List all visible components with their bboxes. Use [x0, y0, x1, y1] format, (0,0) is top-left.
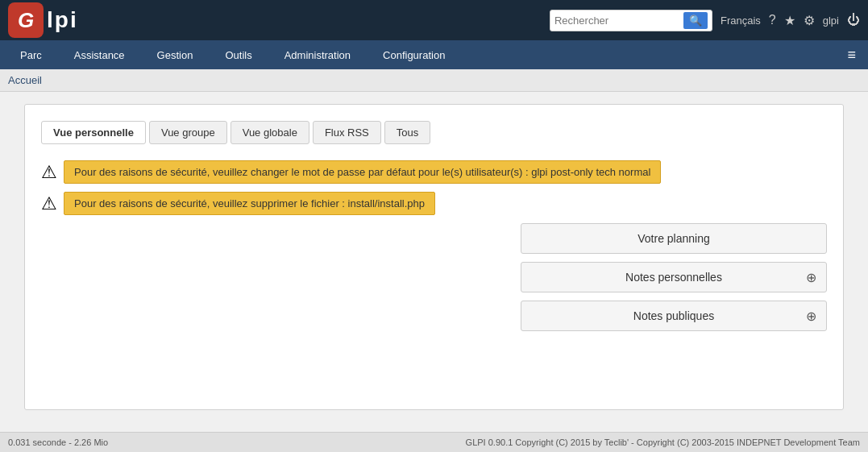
tab-tous[interactable]: Tous	[384, 121, 430, 144]
logo-lpi-text: lpi	[47, 7, 78, 33]
nav-item-configuration[interactable]: Configuration	[367, 40, 461, 69]
logo-area: G lpi	[8, 2, 78, 38]
header: G lpi 🔍 Français ? ★ ⚙ glpi ⏻	[0, 0, 868, 40]
widget-planning[interactable]: Votre planning	[521, 223, 827, 254]
warning-icon-1: ⚠	[41, 162, 57, 183]
widget-planning-label: Votre planning	[638, 232, 710, 245]
nav-item-gestion[interactable]: Gestion	[141, 40, 210, 69]
widgets-area: Votre planning Notes personnelles ⊕ Note…	[41, 223, 827, 331]
breadcrumb: Accueil	[0, 69, 868, 92]
plus-icon-notes-perso: ⊕	[806, 270, 816, 285]
username-label[interactable]: glpi	[823, 15, 839, 27]
content-box: Vue personnelle Vue groupe Vue globale F…	[24, 104, 844, 410]
widget-row-notes-pub: Notes publiques ⊕	[41, 301, 827, 331]
search-box: 🔍	[550, 10, 712, 31]
plus-icon-notes-pub: ⊕	[806, 309, 816, 324]
search-input[interactable]	[554, 15, 683, 27]
widget-notes-publiques[interactable]: Notes publiques ⊕	[521, 301, 827, 331]
widget-row-notes-perso: Notes personnelles ⊕	[41, 262, 827, 292]
nav-item-assistance[interactable]: Assistance	[58, 40, 141, 69]
breadcrumb-home[interactable]: Accueil	[8, 74, 42, 86]
language-selector[interactable]: Français	[721, 15, 761, 27]
alert-box-2: Pour des raisons de sécurité, veuillez s…	[64, 192, 435, 215]
widget-notes-pub-label: Notes publiques	[633, 309, 714, 322]
tab-vue-groupe[interactable]: Vue groupe	[149, 121, 227, 144]
star-icon[interactable]: ★	[784, 13, 795, 28]
header-right: 🔍 Français ? ★ ⚙ glpi ⏻	[550, 10, 860, 31]
navbar: Parc Assistance Gestion Outils Administr…	[0, 40, 868, 69]
nav-item-administration[interactable]: Administration	[268, 40, 367, 69]
alert-row-1: ⚠ Pour des raisons de sécurité, veuillez…	[41, 160, 827, 184]
widget-row-planning: Votre planning	[41, 223, 827, 254]
widget-notes-perso-label: Notes personnelles	[625, 271, 722, 284]
main-content: Vue personnelle Vue groupe Vue globale F…	[0, 92, 868, 422]
alert-row-2: ⚠ Pour des raisons de sécurité, veuillez…	[41, 192, 827, 215]
power-icon[interactable]: ⏻	[847, 13, 860, 27]
logo-g-letter: G	[8, 2, 44, 38]
alert-box-1: Pour des raisons de sécurité, veuillez c…	[64, 160, 661, 184]
warning-icon-2: ⚠	[41, 193, 57, 214]
tab-vue-personnelle[interactable]: Vue personnelle	[41, 121, 146, 144]
nav-item-parc[interactable]: Parc	[4, 40, 58, 69]
nav-menu-icon[interactable]: ≡	[839, 47, 864, 64]
tab-flux-rss[interactable]: Flux RSS	[313, 121, 381, 144]
nav-item-outils[interactable]: Outils	[209, 40, 268, 69]
tab-vue-globale[interactable]: Vue globale	[230, 121, 309, 144]
widget-notes-personnelles[interactable]: Notes personnelles ⊕	[521, 262, 827, 292]
tabs-bar: Vue personnelle Vue groupe Vue globale F…	[41, 121, 827, 144]
gear-icon[interactable]: ⚙	[804, 13, 815, 28]
search-button[interactable]: 🔍	[683, 12, 708, 29]
help-icon[interactable]: ?	[769, 13, 776, 27]
alerts-area: ⚠ Pour des raisons de sécurité, veuillez…	[41, 160, 827, 215]
